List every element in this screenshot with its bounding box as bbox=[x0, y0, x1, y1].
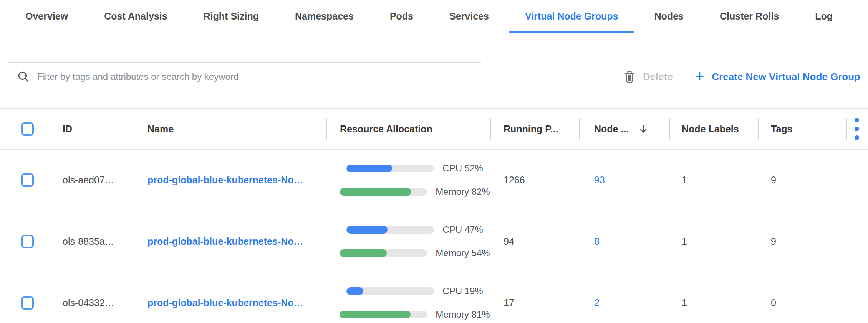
column-header-nodes-label: Node ... bbox=[594, 124, 629, 135]
header-checkbox-cell bbox=[0, 122, 50, 136]
table-row: ols-8835a… prod-global-blue-kubernetes-N… bbox=[0, 211, 868, 272]
tab-namespaces[interactable]: Namespaces bbox=[279, 0, 370, 33]
row-checkbox-cell bbox=[0, 173, 50, 187]
column-header-resource-allocation[interactable]: Resource Allocation bbox=[326, 109, 490, 149]
search-icon bbox=[17, 71, 30, 83]
cpu-usage: CPU 19% bbox=[346, 286, 483, 297]
row-checkbox[interactable] bbox=[21, 235, 34, 248]
memory-bar-fill bbox=[340, 311, 411, 318]
column-header-name[interactable]: Name bbox=[133, 109, 326, 149]
virtual-node-groups-page: Overview Cost Analysis Right Sizing Name… bbox=[0, 0, 868, 323]
tags-cell: 9 bbox=[758, 236, 846, 247]
running-pods-cell: 17 bbox=[490, 297, 579, 308]
nodes-count-link[interactable]: 93 bbox=[594, 175, 605, 186]
cpu-label: CPU 47% bbox=[442, 224, 483, 235]
nodes-count-link[interactable]: 8 bbox=[594, 236, 600, 247]
tags-cell: 0 bbox=[758, 297, 846, 308]
memory-bar-track bbox=[340, 249, 427, 257]
nodes-cell: 8 bbox=[579, 236, 669, 247]
cpu-bar-track bbox=[346, 287, 434, 295]
memory-usage: Memory 81% bbox=[340, 309, 490, 320]
sort-descending-icon[interactable] bbox=[638, 124, 649, 134]
header-menu-cell bbox=[846, 109, 868, 149]
search-input[interactable] bbox=[37, 71, 482, 82]
row-checkbox-cell bbox=[0, 296, 50, 310]
row-checkbox[interactable] bbox=[21, 296, 34, 310]
table-row: ols-aed07… prod-global-blue-kubernetes-N… bbox=[0, 150, 868, 211]
tags-cell: 9 bbox=[758, 175, 846, 186]
row-name-cell: prod-global-blue-kubernetes-No… bbox=[133, 175, 326, 186]
running-pods-cell: 94 bbox=[490, 236, 579, 247]
memory-usage: Memory 54% bbox=[340, 248, 490, 259]
cpu-bar-track bbox=[346, 226, 434, 234]
cpu-bar-fill bbox=[346, 226, 388, 234]
nodes-cell: 2 bbox=[579, 297, 669, 308]
table-body: ols-aed07… prod-global-blue-kubernetes-N… bbox=[0, 150, 868, 323]
cpu-label: CPU 52% bbox=[442, 163, 483, 174]
column-header-id[interactable]: ID bbox=[50, 109, 133, 149]
cpu-usage: CPU 47% bbox=[346, 224, 483, 235]
row-id-cell: ols-04332… bbox=[50, 297, 133, 308]
resource-allocation-cell: CPU 52% Memory 82% bbox=[326, 163, 490, 197]
column-header-tags[interactable]: Tags bbox=[758, 109, 846, 149]
row-name-cell: prod-global-blue-kubernetes-No… bbox=[133, 236, 326, 247]
column-settings-kebab-icon[interactable] bbox=[853, 116, 861, 142]
memory-bar-fill bbox=[340, 249, 387, 257]
cpu-bar-track bbox=[346, 165, 434, 172]
search-box bbox=[7, 62, 482, 91]
tab-cluster-rolls[interactable]: Cluster Rolls bbox=[704, 0, 795, 33]
tab-cost-analysis[interactable]: Cost Analysis bbox=[88, 0, 183, 33]
memory-label: Memory 82% bbox=[436, 186, 490, 197]
delete-label: Delete bbox=[643, 71, 673, 83]
cpu-bar-fill bbox=[346, 165, 392, 172]
toolbar-actions: Delete + Create New Virtual Node Group bbox=[624, 62, 860, 91]
nodes-cell: 93 bbox=[579, 175, 669, 186]
node-group-name-link[interactable]: prod-global-blue-kubernetes-No… bbox=[147, 175, 303, 186]
tab-bar: Overview Cost Analysis Right Sizing Name… bbox=[0, 0, 868, 33]
row-checkbox-cell bbox=[0, 235, 50, 248]
tab-pods[interactable]: Pods bbox=[374, 0, 429, 33]
column-header-running-pods[interactable]: Running P... bbox=[490, 109, 579, 149]
cpu-label: CPU 19% bbox=[442, 286, 483, 297]
resource-allocation-cell: CPU 47% Memory 54% bbox=[326, 224, 490, 259]
virtual-node-groups-table: ID Name Resource Allocation Running P...… bbox=[0, 108, 868, 323]
memory-bar-track bbox=[340, 311, 427, 318]
node-group-name-link[interactable]: prod-global-blue-kubernetes-No… bbox=[147, 297, 303, 308]
column-header-node-labels[interactable]: Node Labels bbox=[669, 109, 758, 149]
running-pods-cell: 1266 bbox=[490, 175, 579, 186]
node-group-name-link[interactable]: prod-global-blue-kubernetes-No… bbox=[147, 236, 303, 247]
tab-overview[interactable]: Overview bbox=[9, 0, 84, 33]
memory-usage: Memory 82% bbox=[340, 186, 490, 197]
tab-nodes[interactable]: Nodes bbox=[638, 0, 700, 33]
toolbar: Delete + Create New Virtual Node Group bbox=[0, 33, 868, 108]
row-id-cell: ols-8835a… bbox=[50, 236, 133, 247]
tab-virtual-node-groups[interactable]: Virtual Node Groups bbox=[509, 0, 634, 33]
cpu-bar-fill bbox=[346, 287, 363, 295]
row-checkbox[interactable] bbox=[21, 173, 34, 187]
select-all-checkbox[interactable] bbox=[21, 122, 34, 136]
row-name-cell: prod-global-blue-kubernetes-No… bbox=[133, 297, 326, 308]
memory-label: Memory 54% bbox=[436, 248, 490, 259]
tab-services[interactable]: Services bbox=[433, 0, 505, 33]
tab-right-sizing[interactable]: Right Sizing bbox=[187, 0, 275, 33]
cpu-usage: CPU 52% bbox=[346, 163, 483, 174]
create-label: Create New Virtual Node Group bbox=[712, 71, 860, 83]
memory-label: Memory 81% bbox=[436, 309, 490, 320]
create-virtual-node-group-button[interactable]: + Create New Virtual Node Group bbox=[695, 69, 860, 84]
plus-icon: + bbox=[695, 68, 704, 84]
delete-button[interactable]: Delete bbox=[624, 70, 673, 83]
row-id-cell: ols-aed07… bbox=[50, 175, 133, 186]
node-labels-cell: 1 bbox=[669, 297, 758, 308]
memory-bar-track bbox=[340, 188, 427, 196]
trash-icon bbox=[624, 70, 635, 83]
resource-allocation-cell: CPU 19% Memory 81% bbox=[326, 286, 490, 320]
table-header: ID Name Resource Allocation Running P...… bbox=[0, 108, 868, 150]
table-row: ols-04332… prod-global-blue-kubernetes-N… bbox=[0, 272, 868, 323]
node-labels-cell: 1 bbox=[669, 236, 758, 247]
memory-bar-fill bbox=[340, 188, 411, 196]
node-labels-cell: 1 bbox=[669, 175, 758, 186]
tab-log[interactable]: Log bbox=[799, 0, 849, 33]
column-header-nodes[interactable]: Node ... bbox=[579, 109, 669, 149]
nodes-count-link[interactable]: 2 bbox=[594, 297, 600, 308]
